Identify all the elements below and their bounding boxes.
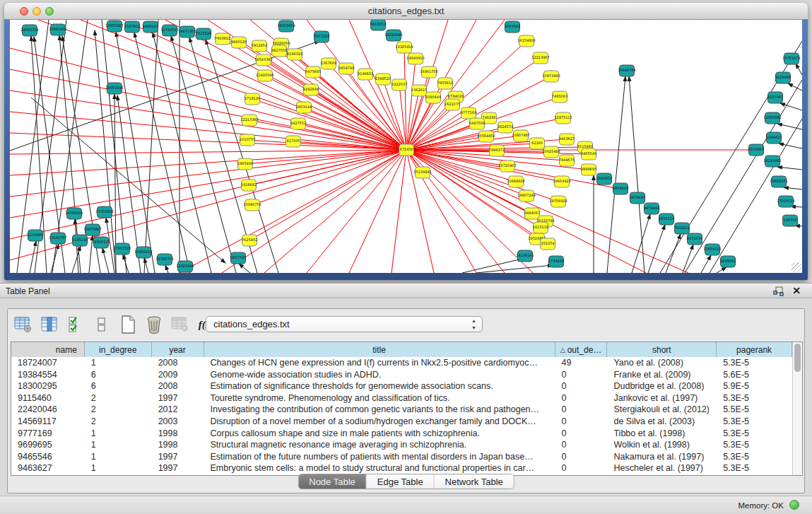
graph-node[interactable]: 19756928	[549, 196, 567, 207]
graph-node[interactable]: 7515526	[196, 28, 211, 40]
table-cell[interactable]: 5.3E-5	[717, 416, 792, 428]
table-cell[interactable]: 5.6E-5	[717, 369, 792, 381]
graph-node[interactable]: 8427552	[290, 118, 306, 129]
graph-node[interactable]: 5912954	[252, 40, 267, 52]
column-header-year[interactable]: year	[152, 342, 204, 357]
graph-node[interactable]: 12093582	[763, 112, 781, 124]
graph-node[interactable]: 817005	[286, 136, 301, 147]
table-cell[interactable]: Hescheler et al. (1997)	[607, 462, 717, 474]
table-cell[interactable]: 0	[555, 462, 608, 474]
table-cell[interactable]: Disruption of a novel member of a sodium…	[204, 416, 555, 428]
graph-node[interactable]: 22420046	[256, 70, 273, 81]
graph-node[interactable]: 9660128	[231, 37, 247, 48]
graph-node[interactable]: 18724007	[397, 144, 415, 156]
vertical-scrollbar[interactable]	[792, 342, 802, 475]
graph-node[interactable]: 7632621	[674, 223, 690, 234]
table-row[interactable]: 1938455462009Genome-wide association stu…	[11, 369, 792, 381]
graph-node[interactable]: 29053346	[105, 83, 123, 94]
table-row[interactable]: 946554611997Estimation of the future num…	[11, 451, 792, 463]
graph-node[interactable]: 18807249	[517, 190, 535, 201]
table-cell[interactable]: Dudbridge et al. (2008)	[607, 380, 717, 392]
graph-node[interactable]: 1115680	[28, 230, 43, 241]
graph-node[interactable]: 10719155	[160, 25, 178, 36]
table-cell[interactable]: 1	[85, 451, 152, 463]
graph-node[interactable]: 7986372	[489, 145, 505, 156]
graph-node[interactable]: 9245652	[720, 256, 736, 267]
graph-node[interactable]: 9146821	[358, 69, 373, 80]
table-cell[interactable]: Changes of HCN gene expression and I(f) …	[204, 357, 555, 369]
close-icon[interactable]: ✕	[792, 285, 801, 296]
table-cell[interactable]: 9463627	[11, 462, 85, 474]
table-cell[interactable]: 5.3E-5	[717, 392, 792, 404]
graph-node[interactable]: 9857791	[230, 252, 246, 264]
graph-node[interactable]: 252254	[541, 238, 555, 250]
graph-node[interactable]: 1916682	[241, 180, 257, 191]
graph-node[interactable]: 9463627	[559, 134, 575, 145]
graph-node[interactable]: 9899695	[581, 164, 596, 175]
graph-node[interactable]: 10655287	[105, 21, 123, 32]
column-header-short[interactable]: short	[607, 342, 717, 357]
table-cell[interactable]: Wolkin et al. (1998)	[607, 439, 717, 451]
table-cell[interactable]: Estimation of the future numbers of pati…	[204, 451, 555, 463]
table-cell[interactable]: 18724007	[11, 357, 85, 369]
graph-node[interactable]: 16154808	[517, 35, 535, 47]
table-cell[interactable]: 6	[85, 369, 152, 381]
graph-node[interactable]: 1615132	[533, 222, 548, 233]
delete-table-disabled-icon[interactable]	[170, 315, 190, 334]
graph-node[interactable]: 9227343	[767, 92, 783, 103]
graph-node[interactable]: 9390444	[425, 92, 441, 103]
table-cell[interactable]: 49	[555, 357, 608, 369]
graph-node[interactable]: 62160	[530, 138, 545, 149]
graph-node[interactable]: 7663822	[215, 33, 230, 45]
graph-node[interactable]: 15720407	[498, 160, 516, 172]
graph-node[interactable]: 6497568	[469, 118, 485, 129]
table-cell[interactable]: 5.3E-5	[717, 451, 792, 463]
tab-edge-table[interactable]: Edge Table	[367, 474, 435, 489]
graph-node[interactable]: 15751074	[782, 53, 800, 64]
table-cell[interactable]: 2003	[152, 416, 204, 428]
table-cell[interactable]: 1998	[152, 439, 204, 451]
table-cell[interactable]: Tibbo et al. (1998)	[607, 428, 717, 440]
graph-node[interactable]: 7485063	[552, 91, 567, 103]
graph-node[interactable]: 9827508	[271, 45, 287, 57]
table-row[interactable]: 946362711997Embryonic stem cells: a mode…	[11, 462, 792, 474]
graph-node[interactable]: 13142757	[49, 233, 66, 244]
graph-node[interactable]: 10958107	[134, 247, 152, 258]
table-cell[interactable]: 0	[555, 369, 608, 381]
table-cell[interactable]: 1	[85, 428, 152, 440]
table-cell[interactable]: Embryonic stem cells: a model to study s…	[204, 462, 555, 474]
table-cell[interactable]: Tourette syndrome. Phenomenology and cla…	[204, 392, 555, 404]
table-cell[interactable]: 2	[85, 392, 152, 404]
graph-node[interactable]: 15692971	[770, 176, 787, 187]
memory-status-icon[interactable]	[789, 500, 799, 510]
graph-node[interactable]: 13325419	[395, 42, 413, 53]
graph-node[interactable]: 1145194	[72, 235, 88, 246]
table-cell[interactable]: 5.3E-5	[717, 462, 792, 474]
graph-node[interactable]: 10025488	[542, 146, 560, 158]
graph-node[interactable]: 1640954	[596, 173, 612, 185]
graph-node[interactable]: 1362615	[411, 85, 427, 96]
table-cell[interactable]: 6	[85, 380, 152, 392]
graph-node[interactable]: 17359928	[95, 206, 113, 218]
graph-node[interactable]: 8454749	[339, 63, 354, 74]
table-cell[interactable]: Corpus callosum shape and size in male p…	[204, 428, 555, 440]
table-cell[interactable]: Nakamura et al. (1997)	[607, 451, 717, 463]
table-cell[interactable]: 5.9E-5	[717, 380, 792, 392]
column-header-in-degree[interactable]: in_degree	[85, 342, 152, 357]
graph-node[interactable]: 8186328	[287, 49, 302, 60]
table-cell[interactable]: 2008	[152, 380, 204, 392]
table-cell[interactable]: 2008	[152, 357, 204, 369]
table-cell[interactable]: 1	[85, 462, 152, 474]
graph-node[interactable]: 12505115	[92, 237, 110, 248]
table-cell[interactable]: 2	[85, 404, 152, 416]
graph-node[interactable]: 2087682	[505, 21, 520, 33]
graph-node[interactable]: 14671355	[178, 26, 196, 37]
graph-node[interactable]: 8466160	[143, 21, 158, 33]
graph-node[interactable]: 16782753	[155, 254, 173, 265]
graph-node[interactable]: 19654923	[553, 176, 570, 187]
graph-node[interactable]: 7625402	[242, 235, 257, 246]
float-panel-icon[interactable]	[773, 286, 784, 296]
graph-node[interactable]: 1621075	[445, 99, 460, 110]
graph-node[interactable]: 6679197	[630, 192, 645, 204]
select-rows-icon[interactable]	[66, 315, 86, 334]
